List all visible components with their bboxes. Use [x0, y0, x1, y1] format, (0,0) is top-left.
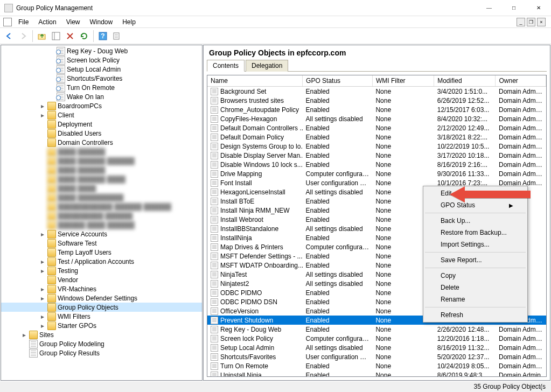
menu-file[interactable]: File [14, 17, 33, 27]
tree-item[interactable]: Software Test [1, 239, 202, 248]
expander-icon[interactable]: ▸ [38, 258, 47, 265]
context-menu-item[interactable]: Back Up... [424, 215, 526, 227]
expander-icon[interactable]: ▸ [38, 322, 47, 330]
properties-button[interactable] [111, 30, 123, 42]
tab-delegation[interactable]: Delegation [246, 60, 288, 72]
mdi-restore-button[interactable]: ❐ [527, 18, 535, 26]
tree-item[interactable]: Reg Key - Doug Web [1, 46, 202, 55]
col-modified[interactable]: Modified [434, 75, 496, 87]
help-button[interactable]: ? [97, 30, 109, 42]
context-menu-item[interactable]: Copy [424, 270, 526, 282]
tree-item[interactable]: Vendor [1, 275, 202, 284]
expander-icon[interactable]: ▸ [38, 295, 47, 302]
context-menu[interactable]: Edit...GPO Status▶Back Up...Restore from… [423, 186, 528, 323]
tree-item[interactable]: Group Policy Objects [1, 303, 202, 312]
expander-icon[interactable]: ▸ [38, 102, 47, 110]
table-row[interactable]: CopyFiles-HexagonAll settings disabledNo… [207, 114, 546, 123]
minimize-button[interactable]: — [477, 0, 501, 16]
table-row[interactable]: Background SetEnabledNone3/4/2020 1:51:0… [207, 87, 546, 96]
tree-item[interactable]: Domain Controllers [1, 138, 202, 147]
context-menu-item[interactable]: Import Settings... [424, 239, 526, 250]
menu-help[interactable]: Help [118, 17, 140, 27]
table-row[interactable]: Design Systems Group to lo...EnabledNone… [207, 142, 546, 151]
table-row[interactable]: Uninstall NinjaEnabledNone8/6/2019 9:48:… [207, 370, 546, 376]
context-menu-item[interactable]: Edit... [424, 187, 526, 199]
tree-item[interactable]: ████ ██████ ██████ [1, 156, 202, 165]
maximize-button[interactable]: □ [501, 0, 526, 16]
expander-icon[interactable]: ▸ [38, 267, 47, 275]
tree-item[interactable]: ████████████ ██████ ██████ [1, 202, 202, 211]
tree-pane[interactable]: Reg Key - Doug WebScreen lock PolicySetu… [1, 45, 203, 381]
tab-contents[interactable]: Contents [207, 60, 245, 72]
table-row[interactable]: Screen lock PolicyComputer configurati..… [207, 334, 546, 343]
table-row[interactable]: Reg Key - Doug WebEnabledNone2/26/2020 1… [207, 325, 546, 334]
col-owner[interactable]: Owner [496, 75, 546, 87]
folder-icon [47, 230, 56, 239]
refresh-button[interactable] [78, 30, 90, 42]
table-row[interactable]: Drive MappingComputer configurati...None… [207, 169, 546, 178]
context-menu-item[interactable]: Delete [424, 282, 526, 293]
show-hide-tree-button[interactable] [50, 30, 62, 42]
up-folder-button[interactable] [36, 30, 48, 42]
expander-icon[interactable]: ▸ [38, 313, 47, 320]
table-row[interactable]: Default Domain PolicyEnabledNone3/18/202… [207, 132, 546, 142]
table-row[interactable]: Shortcuts/FavoritesUser configuration se… [207, 352, 546, 361]
table-row[interactable]: Setup Local AdminAll settings disabledNo… [207, 343, 546, 352]
tree-item[interactable]: ▸Test / Application Accounts [1, 257, 202, 266]
tree-item[interactable]: Setup Local Admin [1, 65, 202, 74]
tree-item[interactable]: ▸VR-Machines [1, 284, 202, 293]
close-button[interactable]: ✕ [526, 0, 551, 16]
forward-button[interactable] [17, 30, 29, 42]
menu-view[interactable]: View [62, 17, 85, 27]
expander-icon[interactable]: ▸ [38, 230, 47, 238]
tree-item[interactable]: ▸Client [1, 110, 202, 120]
tree-item[interactable]: ▸Windows Defender Settings [1, 293, 202, 303]
tree-item[interactable]: ▸Sites [1, 330, 202, 339]
expander-icon[interactable]: ▸ [38, 285, 47, 293]
context-menu-item[interactable]: Rename [424, 293, 526, 305]
tree-item[interactable]: Turn On Remote [1, 83, 202, 92]
back-button[interactable] [3, 30, 15, 42]
tree-item[interactable]: ▸Testing [1, 266, 202, 275]
col-gpo-status[interactable]: GPO Status [303, 75, 373, 87]
tree-item[interactable]: ████ ██████ [1, 165, 202, 174]
col-wmi-filter[interactable]: WMI Filter [372, 75, 434, 87]
context-menu-item[interactable]: Save Report... [424, 254, 526, 266]
delete-button[interactable] [64, 30, 76, 42]
tree-item[interactable]: ▸BoardroomPCs [1, 101, 202, 110]
tree-item[interactable]: ██████ ████ ██████ [1, 220, 202, 229]
tree-item[interactable]: ▸Starter GPOs [1, 321, 202, 330]
table-row[interactable]: Disable Windows 10 lock s...EnabledNone8… [207, 160, 546, 169]
tree-item[interactable]: Group Policy Modeling [1, 339, 202, 348]
mdi-minimize-button[interactable]: _ [517, 18, 525, 26]
table-row[interactable]: Chrome_Autoupdate PolicyEnabledNone12/15… [207, 105, 546, 114]
tree-item[interactable]: ████ ██████ ████ [1, 174, 202, 184]
tree-item[interactable]: ██████████ ██████ [1, 211, 202, 220]
context-menu-item[interactable]: GPO Status▶ [424, 199, 526, 211]
tree-item[interactable]: Deployment [1, 120, 202, 129]
tree-item[interactable]: Group Policy Results [1, 348, 202, 358]
column-header-row[interactable]: Name GPO Status WMI Filter Modified Owne… [207, 75, 546, 87]
menu-window[interactable]: Window [86, 17, 117, 27]
table-row[interactable]: Default Domain Controllers ...EnabledNon… [207, 123, 546, 132]
tree-item[interactable]: Shortcuts/Favorites [1, 74, 202, 83]
tree-item[interactable]: Disabled Users [1, 129, 202, 138]
expander-icon[interactable]: ▸ [38, 111, 47, 119]
tree-item[interactable]: ████ ████ [1, 184, 202, 193]
mdi-close-button[interactable]: × [537, 18, 546, 26]
context-menu-item[interactable]: Restore from Backup... [424, 227, 526, 239]
context-menu-item[interactable]: Refresh [424, 309, 526, 321]
expander-icon[interactable]: ▸ [19, 331, 29, 339]
menu-action[interactable]: Action [34, 17, 60, 27]
tree-item[interactable]: Temp Layoff Users [1, 248, 202, 257]
tree-item[interactable]: ▸WMI Filters [1, 312, 202, 321]
col-name[interactable]: Name [207, 75, 303, 87]
table-row[interactable]: Browsers trusted sitesEnabledNone6/26/20… [207, 96, 546, 105]
tree-item[interactable]: ████ ██████ [1, 147, 202, 156]
table-row[interactable]: Turn On RemoteEnabledNone10/24/2019 8:05… [207, 361, 546, 370]
tree-item[interactable]: ▸Service Accounts [1, 229, 202, 239]
table-row[interactable]: Disable Display Server Man...EnabledNone… [207, 151, 546, 160]
tree-item[interactable]: Wake On lan [1, 92, 202, 101]
tree-item[interactable]: Screen lock Policy [1, 55, 202, 65]
tree-item[interactable]: ████ ██████████ [1, 193, 202, 202]
